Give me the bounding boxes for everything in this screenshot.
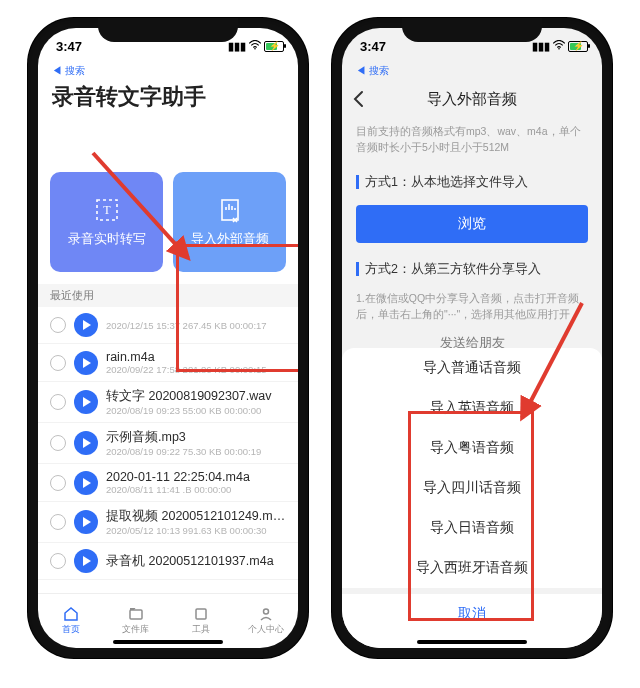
- sheet-option[interactable]: 导入英语音频: [342, 388, 602, 428]
- status-time: 3:47: [56, 39, 82, 54]
- screen-left: 3:47 ▮▮▮ ⚡ ◀ 搜索 录音转文字助手 T 录音实时转写: [38, 28, 298, 648]
- sheet-option[interactable]: 导入普通话音频: [342, 348, 602, 388]
- file-meta: 2020/08/11 11:41 .B 00:00:00: [106, 484, 250, 495]
- status-time: 3:47: [360, 39, 386, 54]
- tab-tools-icon: [193, 606, 209, 622]
- select-circle[interactable]: [50, 475, 66, 491]
- select-circle[interactable]: [50, 514, 66, 530]
- play-icon[interactable]: [74, 431, 98, 455]
- tab-label: 文件库: [122, 623, 149, 636]
- card-label: 录音实时转写: [68, 230, 146, 248]
- play-icon[interactable]: [74, 313, 98, 337]
- app-title: 录音转文字助手: [38, 80, 298, 118]
- nav-title: 导入外部音频: [427, 90, 517, 109]
- text-frame-icon: T: [93, 196, 121, 224]
- language-action-sheet: 导入普通话音频导入英语音频导入粤语音频导入四川话音频导入日语音频导入西班牙语音频…: [342, 348, 602, 648]
- chevron-left-icon: [348, 88, 370, 110]
- home-indicator: [417, 640, 527, 644]
- file-row[interactable]: rain.m4a2020/09/22 17:58 281.86 KB 00:00…: [38, 344, 298, 382]
- svg-text:T: T: [103, 203, 111, 217]
- method2-text: 1.在微信或QQ中分享导入音频，点击打开音频后，单击右上角的"···"，选择用其…: [342, 286, 602, 323]
- tab-home-icon: [63, 606, 79, 622]
- select-circle[interactable]: [50, 355, 66, 371]
- svg-point-7: [558, 48, 560, 50]
- file-meta: 2020/09/22 17:58 281.86 KB 00:00:15: [106, 364, 267, 375]
- nav-bar: 导入外部音频: [342, 80, 602, 118]
- sheet-option[interactable]: 导入粤语音频: [342, 428, 602, 468]
- svg-point-0: [254, 48, 256, 50]
- back-to-search[interactable]: ◀ 搜索: [342, 64, 602, 80]
- tab-home[interactable]: 首页: [38, 594, 103, 648]
- tab-label: 个人中心: [248, 623, 284, 636]
- sheet-option[interactable]: 导入四川话音频: [342, 468, 602, 508]
- audio-import-icon: [216, 196, 244, 224]
- phone-left: 3:47 ▮▮▮ ⚡ ◀ 搜索 录音转文字助手 T 录音实时转写: [28, 18, 308, 658]
- file-row[interactable]: 示例音频.mp32020/08/19 09:22 75.30 KB 00:00:…: [38, 423, 298, 464]
- browse-button[interactable]: 浏览: [356, 205, 588, 243]
- select-circle[interactable]: [50, 317, 66, 333]
- signal-icon: ▮▮▮: [532, 40, 550, 53]
- file-meta: 2020/05/12 10:13 991.63 KB 00:00:30: [106, 525, 286, 536]
- file-name: 2020-01-11 22:25:04.m4a: [106, 470, 250, 484]
- tab-profile[interactable]: 个人中心: [233, 594, 298, 648]
- file-name: 转文字 20200819092307.wav: [106, 388, 272, 405]
- method1-header: 方式1：从本地选择文件导入: [342, 166, 602, 199]
- status-icons: ▮▮▮ ⚡: [532, 40, 588, 53]
- back-button[interactable]: [348, 88, 370, 113]
- play-icon[interactable]: [74, 510, 98, 534]
- play-icon[interactable]: [74, 471, 98, 495]
- wifi-icon: [552, 40, 566, 52]
- method2-header: 方式2：从第三方软件分享导入: [342, 253, 602, 286]
- svg-rect-5: [196, 609, 206, 619]
- play-icon[interactable]: [74, 351, 98, 375]
- action-cards: T 录音实时转写 导入外部音频: [38, 118, 298, 284]
- home-indicator: [113, 640, 223, 644]
- status-icons: ▮▮▮ ⚡: [228, 40, 284, 53]
- tab-label: 首页: [62, 623, 80, 636]
- file-row[interactable]: 录音机 20200512101937.m4a: [38, 543, 298, 580]
- play-icon[interactable]: [74, 390, 98, 414]
- file-row[interactable]: 2020/12/15 15:37 267.45 KB 00:00:17: [38, 307, 298, 344]
- file-list: 2020/12/15 15:37 267.45 KB 00:00:17rain.…: [38, 307, 298, 593]
- svg-point-6: [263, 609, 268, 614]
- svg-rect-4: [130, 610, 142, 619]
- file-meta: 2020/12/15 15:37 267.45 KB 00:00:17: [106, 320, 267, 331]
- file-name: 提取视频 20200512101249.m4a: [106, 508, 286, 525]
- file-row[interactable]: 转文字 20200819092307.wav2020/08/19 09:23 5…: [38, 382, 298, 423]
- recent-section-header: 最近使用: [38, 284, 298, 307]
- play-icon[interactable]: [74, 549, 98, 573]
- phone-right: 3:47 ▮▮▮ ⚡ ◀ 搜索 导入外部音频 目前支持的音频格式有mp3、wav…: [332, 18, 612, 658]
- tab-label: 工具: [192, 623, 210, 636]
- tab-files-icon: [128, 606, 144, 622]
- back-to-search[interactable]: ◀ 搜索: [38, 64, 298, 80]
- card-label: 导入外部音频: [191, 230, 269, 248]
- file-row[interactable]: 2020-01-11 22:25:04.m4a2020/08/11 11:41 …: [38, 464, 298, 502]
- import-audio-card[interactable]: 导入外部音频: [173, 172, 286, 272]
- wifi-icon: [248, 40, 262, 52]
- file-meta: 2020/08/19 09:22 75.30 KB 00:00:19: [106, 446, 261, 457]
- record-realtime-card[interactable]: T 录音实时转写: [50, 172, 163, 272]
- select-circle[interactable]: [50, 435, 66, 451]
- screen-right: 3:47 ▮▮▮ ⚡ ◀ 搜索 导入外部音频 目前支持的音频格式有mp3、wav…: [342, 28, 602, 648]
- cancel-button[interactable]: 取消: [342, 594, 602, 634]
- battery-icon: ⚡: [264, 41, 284, 52]
- file-name: 示例音频.mp3: [106, 429, 261, 446]
- file-row[interactable]: 提取视频 20200512101249.m4a2020/05/12 10:13 …: [38, 502, 298, 543]
- signal-icon: ▮▮▮: [228, 40, 246, 53]
- file-name: 录音机 20200512101937.m4a: [106, 553, 274, 570]
- sheet-option[interactable]: 导入西班牙语音频: [342, 548, 602, 588]
- file-name: rain.m4a: [106, 350, 267, 364]
- sheet-option[interactable]: 导入日语音频: [342, 508, 602, 548]
- select-circle[interactable]: [50, 394, 66, 410]
- tab-profile-icon: [258, 606, 274, 622]
- file-meta: 2020/08/19 09:23 55:00 KB 00:00:00: [106, 405, 272, 416]
- select-circle[interactable]: [50, 553, 66, 569]
- format-note: 目前支持的音频格式有mp3、wav、m4a，单个音频时长小于5小时且小于512M: [342, 118, 602, 166]
- battery-icon: ⚡: [568, 41, 588, 52]
